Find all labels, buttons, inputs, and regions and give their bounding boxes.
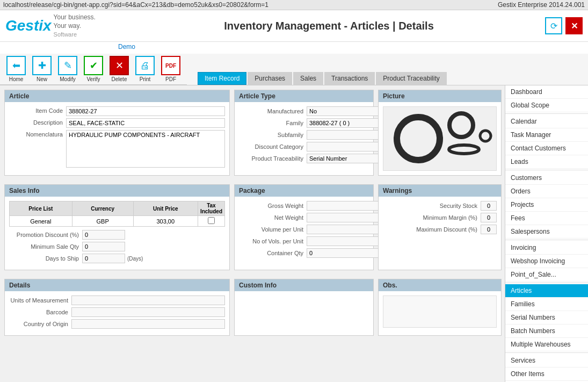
price-list-col-header: Price List [10, 201, 72, 216]
demo-bar: Demo [0, 42, 588, 54]
subfamily-input[interactable] [307, 130, 386, 140]
tabs-container: Item Record Purchases Sales Transactions… [187, 54, 588, 85]
sidebar-item-orders[interactable]: Orders [505, 185, 588, 198]
tax-included-cell[interactable] [198, 216, 224, 227]
units-of-measurement-label: Units of Measurement [9, 297, 68, 304]
no-of-vols-row: No of Vols. per Unit [239, 236, 369, 246]
verify-button[interactable]: ✔ Verify [83, 56, 104, 82]
nomenclatura-textarea[interactable]: HYDRAULIC PUMP COMPONENTS - AIRCRAFT [66, 130, 225, 168]
promotion-discount-input[interactable] [82, 230, 125, 240]
home-icon: ⬅ [6, 56, 26, 75]
sidebar-item-contact-customers[interactable]: Contact Customers [505, 142, 588, 155]
security-stock-input[interactable] [481, 201, 497, 211]
days-to-ship-input[interactable] [82, 254, 125, 263]
no-of-vols-input[interactable] [307, 236, 386, 246]
barcode-input[interactable] [71, 307, 225, 317]
print-button[interactable]: 🖨 Print [134, 56, 156, 82]
sidebar-divider-3 [505, 240, 588, 240]
svg-point-3 [480, 131, 491, 141]
volume-per-unit-row: Volume per Unit [239, 225, 369, 234]
description-input[interactable] [66, 118, 225, 128]
demo-link[interactable]: Demo [118, 43, 135, 51]
sidebar-item-other-items[interactable]: Other Items [505, 367, 588, 381]
sidebar-item-task-manager[interactable]: Task Manager [505, 128, 588, 142]
sidebar-item-services[interactable]: Services [505, 354, 588, 367]
tab-sales[interactable]: Sales [293, 72, 323, 85]
family-input[interactable] [307, 118, 386, 128]
country-of-origin-label: Country of Origin [9, 321, 68, 327]
sidebar-item-leads[interactable]: Leads [505, 155, 588, 169]
subfamily-row: Subfamily [239, 130, 369, 140]
bottom-panels-grid: Details Units of Measurement Barcode Cou… [4, 279, 500, 340]
new-button[interactable]: ✚ New [31, 56, 53, 82]
family-label: Family [239, 120, 303, 126]
sidebar-item-families[interactable]: Families [505, 298, 588, 311]
sidebar-item-calendar[interactable]: Calendar [505, 115, 588, 128]
product-traceability-input[interactable] [307, 154, 386, 163]
print-icon: 🖨 [135, 56, 155, 75]
sidebar-divider-5 [505, 352, 588, 353]
article-type-body: Manufactured Family Subfamily Discount C… [235, 102, 373, 170]
item-code-label: Item Code [9, 106, 63, 114]
days-to-ship-row: Days to Ship (Days) [9, 254, 225, 263]
item-code-input[interactable] [66, 106, 225, 116]
country-of-origin-input[interactable] [71, 319, 225, 329]
tab-purchases[interactable]: Purchases [248, 72, 292, 85]
tax-included-checkbox[interactable] [208, 217, 215, 224]
item-code-row: Item Code [9, 106, 225, 116]
custom-info-panel: Custom Info [234, 279, 374, 336]
manufactured-input[interactable] [307, 106, 386, 116]
net-weight-input[interactable] [307, 213, 386, 222]
tab-transactions[interactable]: Transactions [324, 72, 375, 85]
custom-info-body [235, 291, 373, 323]
gross-weight-input[interactable] [307, 201, 386, 211]
minimum-sale-qty-input[interactable] [82, 242, 125, 251]
details-panel: Details Units of Measurement Barcode Cou… [4, 279, 230, 336]
sidebar-item-global-scope[interactable]: Global Scope [505, 99, 588, 112]
version-label: Gestix Enterprise 2014.24.001 [498, 1, 585, 9]
browser-url: localhost/release/cgi-bin/gnet-app.cgi?s… [3, 1, 268, 9]
net-weight-row: Net Weight [239, 213, 369, 222]
obs-textarea[interactable] [383, 295, 497, 328]
sidebar-item-invoicing[interactable]: Invoicing [505, 241, 588, 255]
tab-item-record[interactable]: Item Record [198, 72, 246, 85]
article-panel-body: Item Code Description Nomenclatura HYDRA… [5, 102, 229, 174]
no-of-vols-label: No of Vols. per Unit [239, 238, 303, 244]
family-row: Family [239, 118, 369, 128]
pdf-button[interactable]: PDF PDF [160, 56, 182, 82]
country-of-origin-row: Country of Origin [9, 319, 225, 329]
container-qty-input[interactable] [307, 248, 386, 258]
sales-table: Price List Currency Unit Price TaxInclud… [9, 201, 225, 227]
title-bar: localhost/release/cgi-bin/gnet-app.cgi?s… [0, 0, 588, 10]
barcode-label: Barcode [9, 309, 68, 315]
units-of-measurement-input[interactable] [71, 295, 225, 305]
discount-category-input[interactable] [307, 142, 386, 152]
sidebar-item-serial-numbers[interactable]: Serial Numbers [505, 311, 588, 325]
sidebar-item-customers[interactable]: Customers [505, 171, 588, 185]
article-panel: Article Item Code Description Nomenclatu… [4, 90, 230, 176]
volume-per-unit-input[interactable] [307, 225, 386, 234]
home-button[interactable]: ⬅ Home [5, 56, 27, 82]
svg-point-2 [449, 145, 479, 154]
delete-button[interactable]: ✕ Delete [108, 56, 130, 82]
svg-point-0 [397, 117, 440, 160]
modify-button[interactable]: ✎ Modify [57, 56, 78, 82]
sidebar-item-articles[interactable]: Articles [505, 284, 588, 298]
sidebar-item-projects[interactable]: Projects [505, 198, 588, 212]
minimum-margin-input[interactable] [481, 213, 497, 222]
tab-product-traceability[interactable]: Product Traceability [376, 72, 446, 85]
maximum-discount-input[interactable] [481, 225, 497, 234]
sales-info-header: Sales Info [5, 185, 229, 197]
sales-info-body: Price List Currency Unit Price TaxInclud… [5, 197, 229, 270]
sidebar-item-batch-numbers[interactable]: Batch Numbers [505, 325, 588, 338]
sidebar-item-fees[interactable]: Fees [505, 212, 588, 225]
sidebar-item-dashboard[interactable]: Dashboard [505, 85, 588, 99]
currency-cell: GBP [72, 216, 133, 227]
sidebar-item-multiple-warehouses[interactable]: Multiple Warehouses [505, 338, 588, 351]
sidebar-item-point-of-sale[interactable]: Point_of_Sale... [505, 268, 588, 282]
close-button[interactable]: ✕ [565, 17, 583, 34]
sidebar-item-salespersons[interactable]: Salespersons [505, 225, 588, 239]
refresh-button[interactable]: ⟳ [545, 17, 562, 34]
description-label: Description [9, 118, 63, 126]
sidebar-item-webshop-invoicing[interactable]: Webshop Invoicing [505, 255, 588, 268]
